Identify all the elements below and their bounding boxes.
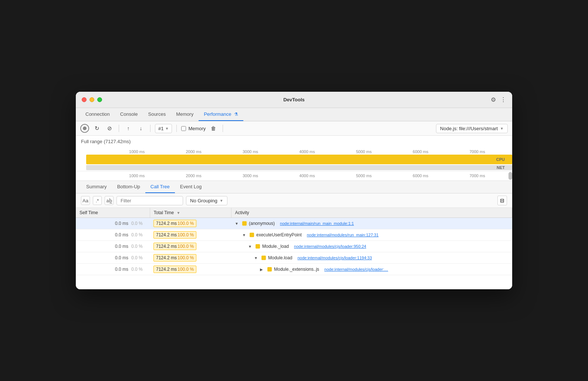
timeline-section: Full range (7127.42ms) 1000 ms 2000 ms 3…	[76, 136, 512, 181]
btab-event-log[interactable]: Event Log	[175, 181, 207, 193]
cell-self-time-0: 0.0 ms 0.0 %	[76, 218, 150, 229]
tab-console[interactable]: Console	[115, 108, 143, 121]
tick-4000: 4000 ms	[299, 149, 315, 154]
cell-activity-1: ▼ executeUserEntryPoint node:internal/mo…	[231, 229, 512, 241]
cell-self-time-1: 0.0 ms 0.0 %	[76, 229, 150, 241]
maximize-button[interactable]	[97, 97, 102, 102]
tab-performance[interactable]: Performance ⚗	[199, 108, 243, 121]
expand-2[interactable]: ▼	[248, 245, 253, 249]
cell-self-time-3: 0.0 ms 0.0 %	[76, 252, 150, 264]
total-pct-4: 100.0 %	[178, 267, 194, 272]
grouping-selector[interactable]: No Grouping ▼	[186, 196, 227, 205]
panel-toggle-button[interactable]: ⊟	[497, 196, 507, 205]
titlebar: DevTools ⚙ ⋮	[76, 92, 512, 108]
cell-total-time-4: 7124.2 ms 100.0 %	[150, 264, 231, 275]
tab-sources[interactable]: Sources	[143, 108, 171, 121]
total-pct-2: 100.0 %	[178, 244, 194, 249]
filter-row: Aa .* ab̲ No Grouping ▼ ⊟	[76, 193, 512, 208]
record-dot	[83, 127, 87, 130]
cleanup-button[interactable]: 🗑	[209, 124, 218, 133]
close-button[interactable]	[82, 97, 87, 102]
tick-3000: 3000 ms	[243, 149, 258, 154]
expand-0[interactable]: ▼	[235, 222, 240, 226]
main-tabs: Connection Console Sources Memory Perfor…	[76, 108, 512, 121]
upload-button[interactable]: ↑	[124, 124, 133, 133]
btick-3000: 3000 ms	[243, 173, 258, 178]
net-bar[interactable]	[86, 165, 512, 170]
btick-6000: 6000 ms	[413, 173, 428, 178]
filter-input[interactable]	[116, 196, 183, 205]
record-button[interactable]	[80, 124, 89, 133]
btab-bottom-up[interactable]: Bottom-Up	[112, 181, 145, 193]
table-row[interactable]: 0.0 ms 0.0 % 7124.2 ms 100.0 % ▼	[76, 241, 512, 252]
th-total-time[interactable]: Total Time ▼	[150, 208, 231, 218]
memory-checkbox[interactable]	[181, 126, 186, 131]
table-row[interactable]: 0.0 ms 0.0 % 7124.2 ms 100.0 % ▶	[76, 264, 512, 275]
node-selector[interactable]: Node.js: file:///Users/stmart ▼	[436, 124, 508, 133]
self-pct-0: 0.0 %	[131, 221, 146, 226]
activity-icon-1	[250, 233, 254, 237]
activity-1: ▼ executeUserEntryPoint node:internal/mo…	[235, 232, 508, 237]
th-activity[interactable]: Activity	[231, 208, 512, 218]
activity-link-2[interactable]: node:internal/modules/cjs/loader:950:24	[294, 244, 366, 249]
activity-name-3: Module.load	[268, 255, 292, 260]
reload-button[interactable]: ↻	[92, 124, 102, 133]
ab-button[interactable]: ab̲	[105, 196, 114, 205]
regex-button[interactable]: .*	[93, 196, 102, 205]
total-bar-4: 7124.2 ms 100.0 %	[153, 266, 196, 273]
expand-1[interactable]: ▼	[242, 233, 247, 237]
cell-total-time-1: 7124.2 ms 100.0 %	[150, 229, 231, 241]
tab-memory[interactable]: Memory	[171, 108, 199, 121]
activity-3: ▼ Module.load node:internal/modules/cjs/…	[235, 255, 508, 260]
cell-activity-3: ▼ Module.load node:internal/modules/cjs/…	[231, 252, 512, 264]
cell-self-time-2: 0.0 ms 0.0 %	[76, 241, 150, 252]
btab-summary[interactable]: Summary	[81, 181, 112, 193]
settings-icon[interactable]: ⚙	[491, 96, 496, 103]
table-row[interactable]: 0.0 ms 0.0 % 7124.2 ms 100.0 % ▼	[76, 252, 512, 264]
total-pct-3: 100.0 %	[178, 255, 194, 260]
activity-link-1[interactable]: node:internal/modules/run_main:127:31	[307, 233, 379, 237]
profile-selector[interactable]: #1 ▼	[155, 124, 172, 133]
table-row[interactable]: 0.0 ms 0.0 % 7124.2 ms 100.0 % ▼	[76, 229, 512, 241]
profile-dropdown-icon: ▼	[165, 127, 169, 131]
cell-total-time-2: 7124.2 ms 100.0 %	[150, 241, 231, 252]
table-row[interactable]: 0.0 ms 0.0 % 7124.2 ms 100.0 % ▼	[76, 218, 512, 229]
total-bar-1: 7124.2 ms 100.0 %	[153, 231, 196, 239]
btick-7000: 7000 ms	[469, 173, 485, 178]
self-pct-1: 0.0 %	[131, 232, 146, 237]
aa-button[interactable]: Aa	[81, 196, 90, 205]
self-ms-0: 0.0 ms	[110, 221, 128, 226]
tick-2000: 2000 ms	[186, 149, 201, 154]
toolbar: ↻ ⊘ ↑ ↓ #1 ▼ Memory 🗑 Node.js: file:///U…	[76, 121, 512, 136]
bottom-tabs: Summary Bottom-Up Call Tree Event Log	[76, 181, 512, 193]
total-ms-0: 7124.2 ms	[156, 221, 177, 226]
tick-7000: 7000 ms	[469, 149, 485, 154]
memory-label: Memory	[188, 126, 206, 131]
activity-icon-2	[256, 244, 260, 249]
full-range-label: Full range (7127.42ms)	[76, 136, 512, 146]
timeline-scrollbar[interactable]	[508, 172, 512, 180]
cell-total-time-0: 7124.2 ms 100.0 %	[150, 218, 231, 229]
more-icon[interactable]: ⋮	[500, 96, 506, 103]
cpu-bar[interactable]	[86, 155, 512, 164]
clear-button[interactable]: ⊘	[105, 124, 114, 133]
btab-call-tree[interactable]: Call Tree	[145, 181, 175, 193]
btick-2000: 2000 ms	[186, 173, 201, 178]
activity-icon-0	[242, 221, 247, 226]
download-button[interactable]: ↓	[136, 124, 146, 133]
expand-4[interactable]: ▶	[260, 267, 265, 272]
activity-link-3[interactable]: node:internal/modules/cjs/loader:1194:33	[297, 256, 372, 260]
th-self-time[interactable]: Self Time	[76, 208, 150, 218]
divider-3	[176, 125, 177, 132]
minimize-button[interactable]	[89, 97, 94, 102]
traffic-lights	[82, 97, 102, 102]
activity-name-4: Module._extensions..js	[274, 267, 319, 272]
tab-connection[interactable]: Connection	[80, 108, 115, 121]
activity-name-2: Module._load	[262, 244, 289, 249]
activity-link-0[interactable]: node:internal/main/run_main_module:1:1	[280, 221, 354, 226]
cell-activity-2: ▼ Module._load node:internal/modules/cjs…	[231, 241, 512, 252]
activity-link-4[interactable]: node:internal/modules/cjs/loader:…	[324, 267, 388, 272]
tick-6000: 6000 ms	[413, 149, 428, 154]
expand-3[interactable]: ▼	[254, 256, 259, 260]
memory-checkbox-label[interactable]: Memory	[181, 126, 206, 131]
